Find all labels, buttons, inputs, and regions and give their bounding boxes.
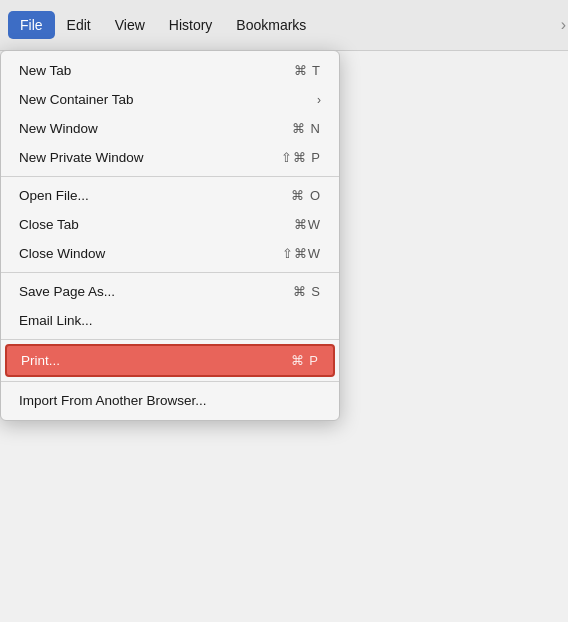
menu-item-close-tab[interactable]: Close Tab ⌘W — [1, 210, 339, 239]
menu-item-import-label: Import From Another Browser... — [19, 393, 281, 408]
separator-4 — [1, 381, 339, 382]
separator-2 — [1, 272, 339, 273]
menu-bar: File Edit View History Bookmarks › — [0, 0, 568, 51]
menu-item-close-window-shortcut: ⇧⌘W — [282, 246, 321, 261]
menu-item-save-page-label: Save Page As... — [19, 284, 253, 299]
menu-bar-edit[interactable]: Edit — [55, 11, 103, 39]
menu-item-new-tab-label: New Tab — [19, 63, 254, 78]
menu-item-new-window-shortcut: ⌘ N — [292, 121, 321, 136]
menu-item-new-container-tab-label: New Container Tab — [19, 92, 317, 107]
right-scroll-arrow: › — [561, 16, 566, 34]
menu-item-new-container-tab[interactable]: New Container Tab › — [1, 85, 339, 114]
menu-item-open-file-shortcut: ⌘ O — [291, 188, 321, 203]
menu-bar-history[interactable]: History — [157, 11, 225, 39]
menu-item-new-private-window-shortcut: ⇧⌘ P — [281, 150, 321, 165]
file-dropdown-menu: New Tab ⌘ T New Container Tab › New Wind… — [0, 50, 340, 421]
submenu-arrow-icon: › — [317, 93, 321, 107]
menu-item-save-page-shortcut: ⌘ S — [293, 284, 321, 299]
menu-item-import[interactable]: Import From Another Browser... — [1, 386, 339, 415]
menu-item-print[interactable]: Print... ⌘ P — [5, 344, 335, 377]
separator-1 — [1, 176, 339, 177]
menu-item-new-tab-shortcut: ⌘ T — [294, 63, 321, 78]
menu-bar-bookmarks[interactable]: Bookmarks — [224, 11, 318, 39]
menu-item-close-tab-label: Close Tab — [19, 217, 254, 232]
menu-item-email-link-label: Email Link... — [19, 313, 281, 328]
menu-item-new-window-label: New Window — [19, 121, 252, 136]
menu-item-new-tab[interactable]: New Tab ⌘ T — [1, 56, 339, 85]
menu-item-new-window[interactable]: New Window ⌘ N — [1, 114, 339, 143]
menu-item-open-file[interactable]: Open File... ⌘ O — [1, 181, 339, 210]
menu-item-close-tab-shortcut: ⌘W — [294, 217, 321, 232]
menu-item-open-file-label: Open File... — [19, 188, 251, 203]
menu-item-close-window-label: Close Window — [19, 246, 242, 261]
menu-item-new-private-window-label: New Private Window — [19, 150, 241, 165]
menu-item-email-link[interactable]: Email Link... — [1, 306, 339, 335]
menu-item-print-shortcut: ⌘ P — [291, 353, 319, 368]
separator-3 — [1, 339, 339, 340]
menu-item-new-private-window[interactable]: New Private Window ⇧⌘ P — [1, 143, 339, 172]
menu-item-save-page[interactable]: Save Page As... ⌘ S — [1, 277, 339, 306]
menu-bar-view[interactable]: View — [103, 11, 157, 39]
menu-item-print-label: Print... — [21, 353, 251, 368]
menu-item-close-window[interactable]: Close Window ⇧⌘W — [1, 239, 339, 268]
menu-bar-file[interactable]: File — [8, 11, 55, 39]
